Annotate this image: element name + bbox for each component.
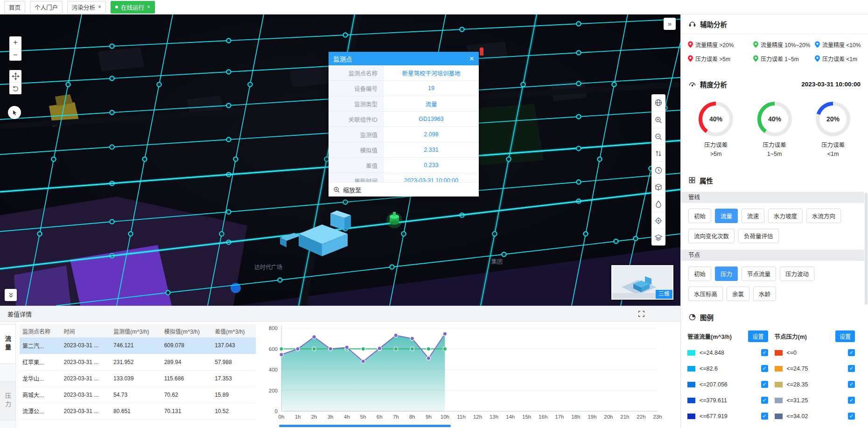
minimap[interactable]: 三维 — [611, 265, 673, 300]
sidebar-scrollbar[interactable] — [865, 193, 868, 305]
popup-row-value: 19 — [384, 81, 479, 96]
table-cell: 137.043 — [212, 337, 256, 354]
bottom-tab-0[interactable]: 流量 — [0, 324, 16, 364]
locate-button[interactable] — [651, 212, 665, 229]
table-row[interactable]: 流潭公...2023-03-31 ...80.65170.13110.52 — [20, 403, 256, 419]
svg-text:16h: 16h — [539, 414, 547, 420]
globe-button[interactable] — [651, 94, 665, 111]
checkbox-checked[interactable]: ✓ — [848, 381, 855, 388]
swap-view-button[interactable] — [651, 145, 665, 161]
collapse-sidebar-button[interactable]: » — [664, 18, 676, 30]
layers-button[interactable] — [651, 229, 665, 246]
table-cell: 609.078 — [161, 337, 212, 354]
zoom-to-action[interactable]: 缩放至 — [329, 182, 479, 196]
settings-button[interactable]: 设置 — [835, 330, 855, 342]
rotate-button[interactable] — [9, 82, 21, 94]
attr-button[interactable]: 压力波动 — [780, 267, 814, 281]
pan-button[interactable] — [9, 70, 21, 82]
droplet-icon — [654, 200, 663, 208]
color-swatch — [775, 350, 783, 356]
column-header: 时间 — [61, 324, 111, 337]
attr-button[interactable]: 压力 — [715, 267, 738, 281]
attr-button[interactable]: 流速 — [742, 209, 764, 223]
legend-icon — [688, 313, 696, 321]
gauge-label: 压力误差1~5m — [750, 141, 799, 159]
table-row[interactable]: 红苹果...2023-03-31 ...231.952289.9457.988 — [20, 354, 256, 370]
checkbox-checked[interactable]: ✓ — [848, 397, 855, 404]
alert-marker[interactable] — [480, 48, 484, 56]
tab-item-2[interactable]: 污染分析× — [67, 1, 106, 14]
fullscreen-button[interactable] — [638, 310, 645, 317]
pointer-button[interactable] — [8, 106, 21, 119]
attr-button[interactable]: 负荷量评估 — [738, 229, 779, 243]
tab-item-0[interactable]: 首页 — [4, 1, 25, 14]
assist-analysis-icon — [688, 20, 696, 28]
close-icon[interactable]: × — [147, 4, 150, 10]
map-zoom-out-button[interactable] — [651, 128, 665, 145]
checkbox-checked[interactable]: ✓ — [761, 365, 768, 372]
legend-item: <=677.919✓ — [687, 408, 775, 424]
locate-icon — [654, 217, 663, 225]
checkbox-checked[interactable]: ✓ — [761, 349, 768, 356]
collapse-bottom-panel-button[interactable] — [5, 289, 17, 301]
zoom-in-button[interactable]: + — [9, 36, 21, 49]
popup-row-value[interactable]: 新星驾校干河培训基地 — [384, 65, 479, 80]
checkbox-checked[interactable]: ✓ — [761, 397, 768, 404]
tab-item-1[interactable]: 个人门户 — [30, 1, 63, 14]
settings-button[interactable]: 设置 — [748, 330, 768, 342]
attr-button[interactable]: 流向变化次数 — [688, 229, 735, 243]
checkbox-checked[interactable]: ✓ — [848, 349, 855, 356]
checkbox-checked[interactable]: ✓ — [848, 365, 855, 372]
attr-button[interactable]: 流量 — [715, 209, 738, 223]
attr-button[interactable]: 节点流量 — [742, 267, 776, 281]
droplet-button[interactable] — [651, 195, 665, 212]
close-icon[interactable]: × — [98, 4, 101, 10]
swap-vertical-icon — [654, 149, 663, 158]
color-swatch — [687, 366, 695, 372]
attr-button[interactable]: 水流方向 — [806, 209, 841, 223]
tab-label: 个人门户 — [35, 3, 58, 12]
map-pin-icon — [814, 41, 820, 48]
bottom-tab-1[interactable]: 压力 — [0, 381, 16, 421]
svg-text:40%: 40% — [768, 115, 781, 123]
cube-button[interactable] — [651, 178, 665, 195]
popup-row-label: 关联组件ID — [329, 112, 384, 126]
close-icon[interactable]: × — [469, 55, 474, 63]
group-bar: 节点 — [681, 250, 864, 261]
table-row[interactable]: 第二汽...2023-03-31 ...746.121609.078137.04… — [20, 337, 256, 354]
minimap-mode-tag[interactable]: 三维 — [656, 290, 672, 299]
svg-text:18h: 18h — [571, 414, 580, 420]
attr-button[interactable]: 水龄 — [753, 287, 776, 301]
double-chevron-down-icon — [7, 292, 14, 299]
attr-button[interactable]: 水压标高 — [688, 287, 723, 301]
svg-text:10h: 10h — [441, 414, 449, 420]
table-cell: 133.039 — [111, 370, 161, 386]
chart-scrollbar[interactable] — [279, 425, 451, 427]
pin-legend: 流量精度 >20%流量精度 10%~20%流量精度 <10%压力误差 >5m压力… — [681, 34, 868, 68]
history-button[interactable] — [651, 161, 665, 178]
attributes-title: 属性 — [700, 175, 713, 185]
svg-text:800: 800 — [269, 325, 278, 331]
legend-column-header: 管道流量(m^3/h)设置 — [687, 322, 775, 345]
attr-button[interactable]: 初始 — [688, 267, 711, 281]
checkbox-checked[interactable]: ✓ — [761, 381, 768, 388]
map-zoom-in-button[interactable] — [651, 111, 665, 128]
tab-item-3[interactable]: 在线运行× — [111, 1, 155, 14]
svg-text:4h: 4h — [344, 414, 350, 420]
checkbox-checked[interactable]: ✓ — [848, 413, 855, 420]
attr-button[interactable]: 初始 — [688, 209, 711, 223]
attr-button[interactable]: 余氯 — [727, 287, 749, 301]
attr-button[interactable]: 水力坡度 — [768, 209, 803, 223]
fullscreen-icon — [638, 310, 645, 317]
map-view[interactable]: 达时代广场 集团 + − — [0, 14, 680, 306]
table-row[interactable]: 商城大...2023-03-31 ...54.7370.6215.89 — [20, 386, 256, 403]
map-pin-icon — [687, 55, 693, 62]
checkbox-checked[interactable]: ✓ — [761, 413, 768, 420]
svg-text:13h: 13h — [490, 414, 498, 420]
popup-row: 监测类型流量 — [329, 96, 479, 112]
line-chart: 02004006008000h1h2h3h4h5h6h7h8h9h10h11h1… — [258, 322, 668, 428]
zoom-out-button[interactable]: − — [9, 49, 21, 61]
rotate-icon — [12, 85, 19, 92]
table-cell: 115.686 — [161, 370, 212, 386]
table-row[interactable]: 龙华山...2023-03-31 ...133.039115.68617.353 — [20, 370, 256, 386]
